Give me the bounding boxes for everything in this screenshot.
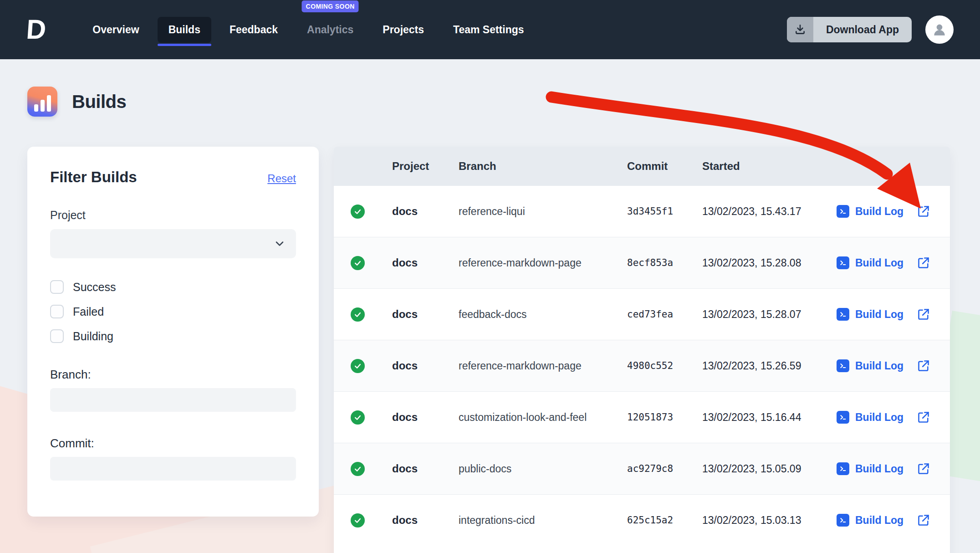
success-status-icon	[351, 462, 365, 476]
column-header-project: Project	[381, 160, 459, 173]
external-link-icon[interactable]	[917, 256, 930, 269]
app-logo[interactable]: D	[26, 16, 47, 43]
nav-item-analytics-label: Analytics	[307, 24, 353, 36]
commit-cell: 8ecf853a	[627, 257, 702, 268]
commit-cell: 4980c552	[627, 360, 702, 371]
column-header-started: Started	[702, 160, 837, 173]
filter-builds-title: Filter Builds	[50, 169, 137, 186]
build-log-label: Build Log	[855, 257, 903, 269]
terminal-icon	[837, 411, 849, 424]
commit-input[interactable]	[50, 457, 296, 481]
commit-cell: ac9279c8	[627, 463, 702, 474]
building-checkbox-label: Building	[73, 330, 113, 343]
table-row: docs reference-markdown-page 8ecf853a 13…	[334, 237, 950, 288]
reset-filters-link[interactable]: Reset	[267, 172, 296, 185]
commit-cell: 12051873	[627, 412, 702, 423]
build-log-label: Build Log	[855, 308, 903, 321]
terminal-icon	[837, 514, 849, 527]
success-status-icon	[351, 307, 365, 322]
branch-cell: integrations-cicd	[459, 514, 627, 527]
builds-table: Project Branch Commit Started docs refer…	[334, 147, 950, 553]
failed-checkbox-label: Failed	[73, 305, 104, 318]
checkbox-row-building[interactable]: Building	[50, 329, 296, 343]
checkbox-row-success[interactable]: Success	[50, 280, 296, 294]
terminal-icon	[837, 462, 849, 475]
project-cell: docs	[381, 308, 459, 321]
table-body: docs reference-liqui 3d3455f1 13/02/2023…	[334, 185, 950, 546]
nav-item-team-settings[interactable]: Team Settings	[442, 17, 535, 43]
nav-item-feedback[interactable]: Feedback	[219, 17, 289, 43]
branch-cell: feedback-docs	[459, 308, 627, 321]
success-status-icon	[351, 410, 365, 425]
branch-cell: customization-look-and-feel	[459, 411, 627, 424]
success-status-icon	[351, 256, 365, 270]
nav-item-analytics[interactable]: COMING SOON Analytics	[296, 17, 364, 43]
success-status-icon	[351, 205, 365, 219]
nav-right-group: Download App	[787, 15, 954, 44]
started-cell: 13/02/2023, 15.16.44	[702, 411, 837, 424]
success-status-icon	[351, 513, 365, 527]
started-cell: 13/02/2023, 15.28.08	[702, 257, 837, 269]
nav-item-projects[interactable]: Projects	[372, 17, 435, 43]
download-app-button[interactable]: Download App	[787, 17, 912, 42]
external-link-icon[interactable]	[917, 308, 930, 321]
build-log-label: Build Log	[855, 360, 903, 372]
started-cell: 13/02/2023, 15.43.17	[702, 205, 837, 218]
external-link-icon[interactable]	[917, 462, 930, 475]
build-log-button[interactable]: Build Log	[837, 359, 903, 372]
page-title-row: Builds	[27, 87, 126, 117]
main-content: Builds Filter Builds Reset Project Succe…	[0, 59, 980, 553]
external-link-icon[interactable]	[917, 411, 930, 424]
project-cell: docs	[381, 359, 459, 372]
person-icon	[931, 21, 948, 38]
table-header-row: Project Branch Commit Started	[334, 147, 950, 185]
build-log-button[interactable]: Build Log	[837, 411, 903, 424]
project-cell: docs	[381, 205, 459, 218]
nav-item-builds[interactable]: Builds	[158, 17, 211, 43]
build-log-label: Build Log	[855, 205, 903, 218]
table-row: docs customization-look-and-feel 1205187…	[334, 391, 950, 443]
branch-label: Branch:	[50, 368, 296, 382]
builds-icon	[27, 87, 57, 117]
project-select[interactable]	[50, 229, 296, 258]
table-row: docs reference-liqui 3d3455f1 13/02/2023…	[334, 185, 950, 237]
column-header-commit: Commit	[627, 160, 702, 173]
success-checkbox-label: Success	[73, 281, 116, 294]
success-checkbox[interactable]	[50, 280, 64, 294]
chevron-down-icon	[273, 237, 286, 250]
branch-cell: reference-liqui	[459, 205, 627, 218]
build-log-button[interactable]: Build Log	[837, 514, 903, 527]
success-status-icon	[351, 359, 365, 373]
build-log-label: Build Log	[855, 411, 903, 424]
terminal-icon	[837, 256, 849, 269]
build-log-button[interactable]: Build Log	[837, 205, 903, 218]
table-row: docs feedback-docs ced73fea 13/02/2023, …	[334, 288, 950, 340]
external-link-icon[interactable]	[917, 205, 930, 218]
build-log-label: Build Log	[855, 514, 903, 527]
branch-input[interactable]	[50, 388, 296, 412]
nav-item-overview[interactable]: Overview	[82, 17, 150, 43]
commit-cell: ced73fea	[627, 309, 702, 320]
build-log-button[interactable]: Build Log	[837, 256, 903, 269]
building-checkbox[interactable]	[50, 329, 64, 343]
project-cell: docs	[381, 462, 459, 475]
started-cell: 13/02/2023, 15.03.13	[702, 514, 837, 527]
started-cell: 13/02/2023, 15.26.59	[702, 360, 837, 372]
project-label: Project	[50, 209, 296, 222]
table-row: docs public-docs ac9279c8 13/02/2023, 15…	[334, 443, 950, 494]
user-avatar[interactable]	[925, 15, 954, 44]
filter-builds-card: Filter Builds Reset Project Success Fail…	[27, 147, 319, 517]
download-icon	[787, 17, 813, 42]
build-log-button[interactable]: Build Log	[837, 308, 903, 321]
table-row: docs integrations-cicd 625c15a2 13/02/20…	[334, 494, 950, 546]
project-cell: docs	[381, 411, 459, 424]
build-log-button[interactable]: Build Log	[837, 462, 903, 475]
external-link-icon[interactable]	[917, 514, 930, 527]
project-cell: docs	[381, 514, 459, 527]
page-title: Builds	[72, 92, 126, 112]
failed-checkbox[interactable]	[50, 305, 64, 318]
external-link-icon[interactable]	[917, 359, 930, 372]
checkbox-row-failed[interactable]: Failed	[50, 305, 296, 318]
download-app-label: Download App	[813, 24, 912, 36]
coming-soon-badge: COMING SOON	[302, 0, 359, 12]
